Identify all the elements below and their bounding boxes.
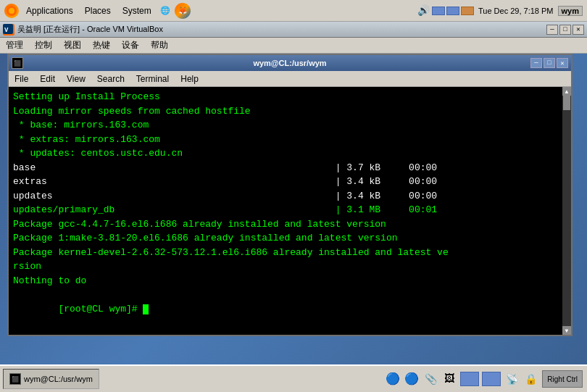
window-icon: ⬛ xyxy=(9,373,21,385)
tray-icon-6[interactable]: 🔒 xyxy=(522,370,539,388)
gnome-icon xyxy=(4,4,19,18)
vbox-menu-devices[interactable]: 设备 xyxy=(116,38,145,53)
terminal-line-12: Package kernel-devel-2.6.32-573.12.1.el6… xyxy=(13,246,567,260)
term-close-button[interactable]: ✕ xyxy=(557,58,568,68)
terminal-cursor xyxy=(143,304,149,314)
network-icon-2 xyxy=(446,7,459,15)
tray-icon-5[interactable]: 📡 xyxy=(503,370,520,388)
sys-tray: 🔊 xyxy=(417,4,474,17)
vbox-window-controls[interactable]: — □ ✕ xyxy=(546,25,584,35)
taskbar-top: Applications Places System 🌐 🦊 🔊 Tue Dec… xyxy=(0,0,587,22)
bottom-right-tray: 🔵 🔵 📎 🖼 📡 🔒 Right Ctrl xyxy=(384,370,587,388)
vbox-menu-hotkeys[interactable]: 热键 xyxy=(87,38,116,53)
terminal-menu-file[interactable]: File xyxy=(9,72,34,86)
tray-network-2[interactable] xyxy=(482,372,501,386)
terminal-line-13: rsion xyxy=(13,259,567,274)
vbox-menu-help[interactable]: 帮助 xyxy=(145,38,174,53)
taskbar-bottom: ⬛ wym@CL:/usr/wym 🔵 🔵 📎 🖼 📡 🔒 Right Ctrl xyxy=(0,364,587,392)
right-ctrl-button[interactable]: Right Ctrl xyxy=(542,370,583,388)
network-icon-1 xyxy=(432,7,445,15)
vbox-icon: V xyxy=(3,24,14,36)
term-minimize-button[interactable]: — xyxy=(530,58,542,68)
term-maximize-button[interactable]: □ xyxy=(544,58,555,68)
audio-icon: 🔊 xyxy=(417,4,430,17)
terminal-line-4: * extras: mirrors.163.com xyxy=(13,133,567,147)
vbox-titlebar: V 吴益明 [正在运行] - Oracle VM VirtualBox — □ … xyxy=(0,22,587,38)
top-right-section: 🔊 Tue Dec 29, 7:18 PM wym xyxy=(417,4,587,17)
vbox-menu-manage[interactable]: 管理 xyxy=(0,38,29,53)
username-badge: wym xyxy=(558,6,583,16)
terminal-menu-search[interactable]: Search xyxy=(91,72,130,86)
window-label: wym@CL:/usr/wym xyxy=(24,375,93,383)
scroll-thumb[interactable] xyxy=(563,96,570,110)
svg-text:V: V xyxy=(4,27,9,34)
terminal-line-8: updates | 3.4 kB 00:00 xyxy=(13,189,567,204)
terminal-content[interactable]: Setting up Install Process Loading mirro… xyxy=(9,87,571,335)
vbox-menu-control[interactable]: 控制 xyxy=(29,38,58,53)
terminal-scrollbar[interactable]: ▲ ▼ xyxy=(562,87,571,335)
terminal-menu-terminal[interactable]: Terminal xyxy=(130,72,175,86)
svg-point-1 xyxy=(9,8,14,14)
tray-network-1[interactable] xyxy=(460,372,479,386)
terminal-window-controls[interactable]: — □ ✕ xyxy=(530,58,568,68)
clock: Tue Dec 29, 7:18 PM xyxy=(478,7,554,15)
applications-menu[interactable]: Applications xyxy=(22,4,78,17)
terminal-line-9: updates/primary_db | 3.1 MB 00:01 xyxy=(13,203,567,217)
minimize-button[interactable]: — xyxy=(546,25,558,35)
bottom-tray-icons: 🔵 🔵 📎 🖼 📡 🔒 xyxy=(384,370,539,388)
terminal-prompt-line: [root@CL wym]# xyxy=(13,288,567,330)
network-icons xyxy=(432,7,474,15)
system-menu[interactable]: System xyxy=(118,4,156,17)
terminal-line-10: Package gcc-4.4.7-16.el6.i686 already in… xyxy=(13,217,567,232)
network-icon-3 xyxy=(461,7,474,15)
scroll-up-button[interactable]: ▲ xyxy=(562,87,571,96)
close-button[interactable]: ✕ xyxy=(573,25,584,35)
vbox-menubar: 管理 控制 视图 热键 设备 帮助 xyxy=(0,38,587,54)
terminal-icon: ⬛ xyxy=(12,57,23,69)
desktop: Applications Places System 🌐 🦊 🔊 Tue Dec… xyxy=(0,0,587,392)
terminal-line-1: Setting up Install Process xyxy=(13,90,567,104)
globe-icon: 🌐 xyxy=(159,4,172,17)
terminal-line-6: base | 3.7 kB 00:00 xyxy=(13,161,567,175)
terminal-titlebar: ⬛ wym@CL:/usr/wym — □ ✕ xyxy=(9,55,571,71)
terminal-menu-edit[interactable]: Edit xyxy=(34,72,61,86)
terminal-line-5: * updates: centos.ustc.edu.cn xyxy=(13,146,567,161)
firefox-icon: 🦊 xyxy=(175,3,191,19)
tray-icon-2[interactable]: 🔵 xyxy=(403,370,420,388)
terminal-menu-view[interactable]: View xyxy=(61,72,91,86)
tray-icon-1[interactable]: 🔵 xyxy=(384,370,401,388)
active-window-button[interactable]: ⬛ wym@CL:/usr/wym xyxy=(3,369,99,389)
terminal-line-7: extras | 3.4 kB 00:00 xyxy=(13,175,567,189)
maximize-button[interactable]: □ xyxy=(559,25,571,35)
terminal-menu-help[interactable]: Help xyxy=(175,72,204,86)
vbox-menu-view[interactable]: 视图 xyxy=(58,38,87,53)
terminal-window: ⬛ wym@CL:/usr/wym — □ ✕ File Edit View S… xyxy=(7,54,573,336)
apps-section: Applications Places System 🌐 🦊 xyxy=(0,3,195,19)
tray-icon-3[interactable]: 📎 xyxy=(422,370,439,388)
terminal-line-14: Nothing to do xyxy=(13,274,567,288)
terminal-line-3: * base: mirrors.163.com xyxy=(13,118,567,133)
scroll-down-button[interactable]: ▼ xyxy=(562,326,571,335)
places-menu[interactable]: Places xyxy=(80,4,115,17)
tray-icon-4[interactable]: 🖼 xyxy=(441,370,458,388)
vbox-title: 吴益明 [正在运行] - Oracle VM VirtualBox xyxy=(17,24,546,35)
scroll-track[interactable] xyxy=(562,96,571,326)
terminal-menubar: File Edit View Search Terminal Help xyxy=(9,71,571,87)
terminal-line-2: Loading mirror speeds from cached hostfi… xyxy=(13,104,567,119)
terminal-line-11: Package 1:make-3.81-20.el6.i686 already … xyxy=(13,231,567,246)
terminal-title: wym@CL:/usr/wym xyxy=(253,59,326,67)
